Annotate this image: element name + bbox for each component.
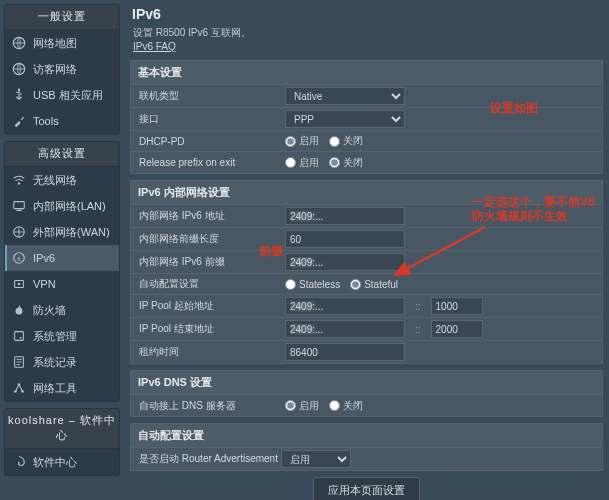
- sidebar-item-label: 软件中心: [33, 455, 113, 470]
- wan-icon: [11, 224, 27, 240]
- sidebar-item--[interactable]: 防火墙: [5, 297, 119, 323]
- vpn-icon: [11, 276, 27, 292]
- label-interface: 接口: [131, 112, 281, 126]
- sidebar-item--[interactable]: 网络工具: [5, 375, 119, 401]
- pool-start-sep: ::: [415, 301, 421, 312]
- section-lan-title: IPv6 内部网络设置: [131, 181, 602, 205]
- row-release-prefix: Release prefix on exit 启用 关闭: [131, 152, 602, 173]
- page-title: IPv6: [132, 6, 603, 22]
- row-dhcp-pd: DHCP-PD 启用 关闭: [131, 131, 602, 152]
- sidebar-item-label: 防火墙: [33, 303, 113, 318]
- sidebar-item-label: 系统记录: [33, 355, 113, 370]
- svg-rect-4: [14, 202, 25, 209]
- sidebar-item-tools[interactable]: Tools: [5, 108, 119, 134]
- label-pool-start: IP Pool 起始地址: [131, 299, 281, 313]
- label-dhcp-pd: DHCP-PD: [131, 136, 281, 147]
- sidebar-item--[interactable]: 系统管理: [5, 323, 119, 349]
- svg-text:6: 6: [17, 255, 21, 262]
- radio-auto-dns-off[interactable]: 关闭: [329, 399, 363, 413]
- sidebar-item-vpn[interactable]: VPN: [5, 271, 119, 297]
- label-lease: 租约时间: [131, 345, 281, 359]
- net-icon: [11, 380, 27, 396]
- svg-point-9: [18, 283, 21, 286]
- log-icon: [11, 354, 27, 370]
- sidebar-item-ipv6[interactable]: 6IPv6: [5, 245, 119, 271]
- sidebar-item-label: 外部网络(WAN): [33, 225, 113, 240]
- sidebar-item-label: 无线网络: [33, 173, 113, 188]
- select-interface[interactable]: PPP: [285, 110, 405, 128]
- sidebar: 一般设置网络地图访客网络USB 相关应用Tools高级设置无线网络内部网络(LA…: [4, 4, 120, 496]
- sidebar-item--[interactable]: 软件中心: [5, 449, 119, 475]
- sidebar-group-title: 高级设置: [5, 142, 119, 167]
- radio-release-on[interactable]: 启用: [285, 156, 319, 170]
- ipv6-icon: 6: [11, 250, 27, 266]
- faq-link-wrap: IPv6 FAQ: [133, 41, 603, 52]
- sidebar-item-label: IPv6: [33, 252, 113, 264]
- radio-stateless[interactable]: Stateless: [285, 279, 340, 290]
- sidebar-item-label: VPN: [33, 278, 113, 290]
- radio-stateful[interactable]: Stateful: [350, 279, 398, 290]
- row-conn-type: 联机类型 Native: [131, 85, 602, 108]
- input-lan-prefix[interactable]: [285, 253, 405, 271]
- globe-icon: [11, 61, 27, 77]
- section-basic-title: 基本设置: [131, 61, 602, 85]
- usb-icon: [11, 87, 27, 103]
- section-dns: IPv6 DNS 设置 自动接上 DNS 服务器 启用 关闭: [130, 370, 603, 417]
- label-conn-type: 联机类型: [131, 89, 281, 103]
- radio-auto-dns-on[interactable]: 启用: [285, 399, 319, 413]
- sidebar-item-label: 访客网络: [33, 62, 113, 77]
- sidebar-item-usb-[interactable]: USB 相关应用: [5, 82, 119, 108]
- section-lan: IPv6 内部网络设置 内部网络 IPv6 地址 内部网络前缀长度 内部网络 I…: [130, 180, 603, 364]
- radio-dhcp-pd-off[interactable]: 关闭: [329, 134, 363, 148]
- sidebar-group-title: koolshare – 软件中心: [5, 409, 119, 449]
- disk-icon: [11, 328, 27, 344]
- wifi-icon: [11, 172, 27, 188]
- main-content: IPv6 设置 R8500 IPv6 互联网。 IPv6 FAQ 基本设置 联机…: [126, 0, 609, 500]
- select-conn-type[interactable]: Native: [285, 87, 405, 105]
- row-interface: 接口 PPP: [131, 108, 602, 131]
- row-autoconf: 自动配置设置 Stateless Stateful: [131, 274, 602, 295]
- page-subtitle: 设置 R8500 IPv6 互联网。: [133, 26, 603, 40]
- sidebar-item--[interactable]: 系统记录: [5, 349, 119, 375]
- row-lan-addr: 内部网络 IPv6 地址: [131, 205, 602, 228]
- sidebar-item--[interactable]: 无线网络: [5, 167, 119, 193]
- radio-release-off[interactable]: 关闭: [329, 156, 363, 170]
- sidebar-item--[interactable]: 网络地图: [5, 30, 119, 56]
- svg-rect-10: [15, 332, 24, 341]
- sidebar-item--[interactable]: 访客网络: [5, 56, 119, 82]
- sidebar-item-label: Tools: [33, 115, 113, 127]
- row-pool-end: IP Pool 结束地址 ::: [131, 318, 602, 341]
- input-lease[interactable]: [285, 343, 405, 361]
- label-autoconf: 自动配置设置: [131, 277, 281, 291]
- row-auto-dns: 自动接上 DNS 服务器 启用 关闭: [131, 395, 602, 416]
- sidebar-group: 高级设置无线网络内部网络(LAN)外部网络(WAN)6IPv6VPN防火墙系统管…: [4, 141, 120, 402]
- apply-button[interactable]: 应用本页面设置: [313, 477, 420, 500]
- label-lan-prefix: 内部网络 IPv6 前缀: [131, 255, 281, 269]
- row-lease: 租约时间: [131, 341, 602, 363]
- label-pool-end: IP Pool 结束地址: [131, 322, 281, 336]
- input-pool-start-prefix[interactable]: [285, 297, 405, 315]
- sidebar-item--wan-[interactable]: 外部网络(WAN): [5, 219, 119, 245]
- svg-point-3: [18, 182, 20, 184]
- sidebar-item-label: USB 相关应用: [33, 88, 113, 103]
- sidebar-item--lan-[interactable]: 内部网络(LAN): [5, 193, 119, 219]
- section-dns-title: IPv6 DNS 设置: [131, 371, 602, 395]
- select-ra[interactable]: 启用: [281, 450, 351, 468]
- ipv6-faq-link[interactable]: IPv6 FAQ: [133, 41, 176, 52]
- input-pool-end-suffix[interactable]: [431, 320, 483, 338]
- input-lan-addr[interactable]: [285, 207, 405, 225]
- svg-point-11: [20, 337, 22, 339]
- radio-dhcp-pd-on[interactable]: 启用: [285, 134, 319, 148]
- apply-wrap: 应用本页面设置: [130, 477, 603, 500]
- svg-point-2: [18, 89, 20, 91]
- input-pool-end-prefix[interactable]: [285, 320, 405, 338]
- row-lan-plen: 内部网络前缀长度: [131, 228, 602, 251]
- section-basic: 基本设置 联机类型 Native 接口 PPP DHCP-PD 启用 关闭: [130, 60, 603, 174]
- sidebar-item-label: 系统管理: [33, 329, 113, 344]
- input-lan-plen[interactable]: [285, 230, 405, 248]
- input-pool-start-suffix[interactable]: [431, 297, 483, 315]
- row-ra: 是否启动 Router Advertisement 启用: [131, 448, 602, 470]
- section-autoconf: 自动配置设置 是否启动 Router Advertisement 启用: [130, 423, 603, 471]
- row-lan-prefix: 内部网络 IPv6 前缀: [131, 251, 602, 274]
- sidebar-item-label: 网络地图: [33, 36, 113, 51]
